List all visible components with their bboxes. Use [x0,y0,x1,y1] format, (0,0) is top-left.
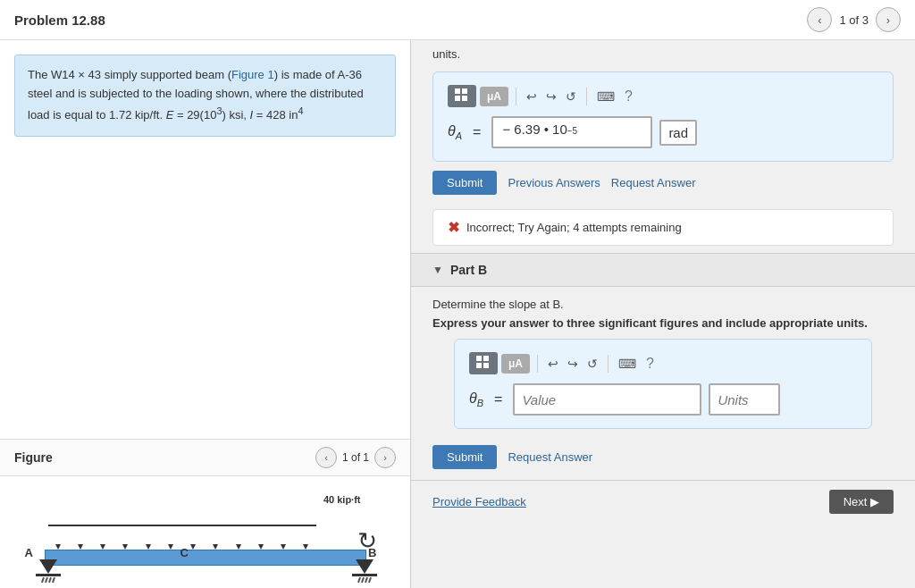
refresh-icon[interactable]: ↺ [566,89,576,104]
svg-rect-2 [455,96,460,101]
incorrect-text: Incorrect; Try Again; 4 attempts remaini… [466,221,682,234]
svg-rect-6 [476,363,482,368]
redo-icon-b[interactable]: ↪ [567,357,578,371]
part-b-units-input[interactable] [709,383,780,416]
figure-next-button[interactable]: › [374,447,396,468]
support-b [352,559,377,583]
request-answer-link-b[interactable]: Request Answer [508,450,592,464]
figure-page-indicator: 1 of 1 [342,451,369,464]
next-button[interactable]: Next ▶ [829,490,894,514]
incorrect-icon: ✖ [448,219,459,236]
theta-b-label: θB [469,391,483,408]
theta-a-label: θA [448,123,462,141]
subscript-b: B [477,398,483,408]
part-b-value-input[interactable] [513,383,701,416]
part-b-input-row: θB = [469,383,857,416]
part-a-toolbar: μΑ ↩ ↪ ↺ ⌨ ? [448,85,878,107]
beam-body [45,550,366,566]
figure-link[interactable]: Figure 1 [231,68,274,81]
support-a [36,559,61,583]
figure-section: Figure ‹ 1 of 1 › 40 kip·ft ↺ [0,439,410,588]
problem-title: Problem 12.88 [14,13,105,28]
right-panel: units. μΑ ↩ ↪ ↺ ⌨ ? θA [411,40,915,588]
top-bar: Problem 12.88 ‹ 1 of 3 › [0,0,915,40]
undo-icon[interactable]: ↩ [526,89,537,104]
svg-rect-0 [455,88,460,94]
part-a-answer-box: μΑ ↩ ↪ ↺ ⌨ ? θA = − 6.39 • 10 −5 [432,71,894,162]
keyboard-icon[interactable]: ⌨ [597,89,615,104]
request-answer-link-a[interactable]: Request Answer [611,176,696,189]
load-label: 40 kip·ft [323,494,361,505]
part-a-submit-row: Submit Previous Answers Request Answer [411,171,915,202]
part-b-answer-box: μΑ ↩ ↪ ↺ ⌨ ? θB = [454,339,872,429]
incorrect-box: ✖ Incorrect; Try Again; 4 attempts remai… [432,209,894,246]
part-b-section: ▼ Part B Determine the slope at B. Expre… [411,253,915,480]
toolbar-sep-2 [586,88,587,105]
help-icon[interactable]: ? [625,88,633,105]
toolbar-sep-1 [516,88,516,105]
matrix-button-a[interactable] [448,85,476,107]
unit-rad: rad [659,120,697,146]
part-a-submit-button[interactable]: Submit [432,171,497,195]
part-b-header[interactable]: ▼ Part B [411,253,915,287]
redo-icon[interactable]: ↪ [546,89,557,104]
value-negative: − [502,122,510,137]
prev-problem-button[interactable]: ‹ [807,7,832,32]
svg-rect-1 [462,88,467,94]
figure-nav: ‹ 1 of 1 › [315,447,396,468]
bottom-bar: Provide Feedback Next ▶ [411,480,915,523]
page-indicator: 1 of 3 [839,13,869,27]
figure-header: Figure ‹ 1 of 1 › [0,439,410,476]
svg-rect-4 [476,356,482,361]
previous-answers-link[interactable]: Previous Answers [508,176,600,189]
mu-button-b[interactable]: μΑ [501,354,530,374]
help-icon-b[interactable]: ? [646,356,654,372]
equals-a: = [473,124,481,140]
nav-controls: ‹ 1 of 3 › [807,7,901,32]
figure-prev-button[interactable]: ‹ [315,447,337,468]
subscript-a: A [456,130,462,141]
equals-b: = [494,391,502,407]
svg-rect-5 [483,356,489,361]
value-number: 6.39 • 10 [510,122,567,137]
mu-button-a[interactable]: μΑ [480,87,508,106]
svg-rect-7 [483,363,489,368]
units-text: units. [411,40,915,64]
keyboard-icon-b[interactable]: ⌨ [618,357,636,371]
toolbar-sep-3 [537,355,538,373]
part-b-content: Determine the slope at B. Express your a… [411,287,915,480]
value-exponent: −5 [567,126,577,136]
next-problem-button[interactable]: › [876,7,901,32]
matrix-button-b[interactable] [469,352,498,374]
refresh-icon-b[interactable]: ↺ [587,357,598,371]
svg-rect-3 [462,96,467,101]
label-a: A [25,546,33,559]
part-b-submit-row: Submit Request Answer [432,438,894,480]
left-panel: The W14 × 43 simply supported beam (Figu… [0,40,411,588]
part-b-desc-bold: Express your answer to three significant… [432,316,894,330]
beam-diagram: 40 kip·ft ↺ [18,494,393,588]
part-b-submit-button[interactable]: Submit [432,445,497,469]
main-layout: The W14 × 43 simply supported beam (Figu… [0,40,915,588]
figure-canvas: 40 kip·ft ↺ [0,476,410,588]
feedback-link[interactable]: Provide Feedback [432,495,526,508]
label-b: B [368,546,376,559]
part-b-title: Part B [450,263,487,277]
part-a-value-display: − 6.39 • 10 −5 [491,116,652,148]
label-c: C [180,546,189,559]
problem-text-box: The W14 × 43 simply supported beam (Figu… [14,55,396,137]
figure-title: Figure [14,450,315,465]
part-b-collapse-arrow: ▼ [432,264,443,276]
part-a-input-row: θA = − 6.39 • 10 −5 rad [448,116,878,148]
undo-icon-b[interactable]: ↩ [548,357,558,371]
toolbar-sep-4 [608,355,609,373]
part-b-toolbar: μΑ ↩ ↪ ↺ ⌨ ? [469,352,857,374]
part-b-desc: Determine the slope at B. [432,298,894,311]
